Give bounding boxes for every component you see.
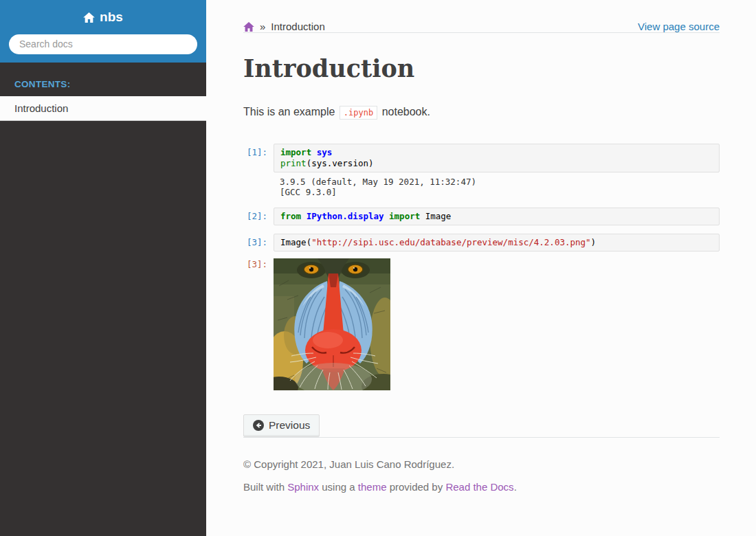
code-cell-input: [3]: Image("http://sipi.usc.edu/database… — [243, 234, 720, 252]
code-token: import — [389, 211, 420, 221]
breadcrumb-separator: » — [260, 21, 265, 32]
previous-button[interactable]: Previous — [243, 414, 320, 437]
code-token: import — [280, 147, 311, 157]
cell-input-prompt: [1]: — [243, 144, 274, 157]
cell-output-text: 3.9.5 (default, May 19 2021, 11:32:47) [… — [274, 172, 720, 197]
project-home-link[interactable]: nbs — [83, 10, 123, 25]
code-token: from — [280, 211, 301, 221]
breadcrumb: » Introduction View page source — [243, 21, 720, 32]
footer-text: Built with — [243, 481, 287, 493]
contents-caption: CONTENTS: — [0, 63, 206, 96]
previous-label: Previous — [269, 419, 310, 432]
page-title: Introduction — [243, 54, 720, 82]
code-input-area[interactable]: from IPython.display import Image — [274, 208, 720, 225]
code-input-area[interactable]: import sys print(sys.version) — [274, 144, 720, 172]
code-token: Image — [280, 237, 307, 247]
copyright-text: © Copyright 2021, Juan Luis Cano Rodrígu… — [243, 458, 720, 471]
code-line: from IPython.display import Image — [280, 211, 713, 222]
footer-text: using a — [319, 481, 358, 493]
code-token: sys — [317, 147, 333, 157]
breadcrumb-current: Introduction — [271, 21, 324, 32]
page-footer: © Copyright 2021, Juan Luis Cano Rodrígu… — [243, 458, 720, 494]
inline-code-ipynb: .ipynb — [340, 106, 377, 120]
intro-text-suffix: notebook. — [382, 106, 430, 118]
view-page-source-link[interactable]: View page source — [638, 21, 720, 32]
code-cell-output: [3]: — [243, 256, 720, 390]
code-cell-input: [1]: import sys print(sys.version) — [243, 144, 720, 172]
code-cell-input: [2]: from IPython.display import Image — [243, 208, 720, 225]
code-token: print — [280, 158, 307, 168]
cell-output-prompt-empty — [243, 172, 274, 176]
code-token: Image — [425, 211, 452, 221]
code-token — [384, 211, 390, 221]
main-content: » Introduction View page source Introduc… — [206, 0, 756, 536]
code-line: Image("http://sipi.usc.edu/database/prev… — [280, 237, 713, 248]
footer-link-theme[interactable]: theme — [358, 481, 387, 493]
code-token — [311, 147, 317, 157]
sidebar: nbs CONTENTS: Introduction — [0, 0, 206, 536]
code-token: version — [332, 158, 368, 168]
footer-link-read-the-docs[interactable]: Read the Docs — [445, 481, 513, 493]
code-line: print(sys.version) — [280, 158, 713, 169]
arrow-circle-left-icon — [253, 420, 264, 431]
home-icon — [83, 12, 95, 23]
code-line: import sys — [280, 147, 713, 158]
code-token: "http://sipi.usc.edu/database/preview/mi… — [311, 237, 590, 247]
code-token: IPython.display — [307, 211, 384, 221]
code-token: ) — [368, 158, 374, 168]
code-cell-output: 3.9.5 (default, May 19 2021, 11:32:47) [… — [243, 172, 720, 197]
intro-text: This is an example — [243, 106, 335, 118]
home-icon[interactable] — [243, 22, 254, 32]
cell-output-prompt: [3]: — [243, 256, 274, 269]
code-token — [420, 211, 425, 221]
built-with-text: Built with Sphinx using a theme provided… — [243, 480, 720, 494]
footer-text: provided by — [387, 481, 446, 493]
sidebar-item-introduction[interactable]: Introduction — [0, 96, 206, 121]
search-input[interactable] — [9, 34, 197, 54]
footer-divider — [243, 437, 720, 438]
sidebar-header: nbs — [0, 0, 206, 63]
code-token: ) — [591, 237, 597, 247]
mandrill-image — [274, 258, 390, 390]
cell-input-prompt: [2]: — [243, 208, 274, 221]
code-token — [301, 211, 307, 221]
project-title: nbs — [100, 10, 123, 25]
breadcrumb-divider — [243, 32, 720, 33]
code-input-area[interactable]: Image("http://sipi.usc.edu/database/prev… — [274, 234, 720, 252]
intro-paragraph: This is an example .ipynb notebook. — [243, 104, 720, 121]
footer-link-sphinx[interactable]: Sphinx — [287, 481, 319, 493]
notebook-cells: [1]: import sys print(sys.version) 3.9.5… — [243, 144, 720, 390]
pager: Previous — [243, 414, 720, 437]
footer-text: . — [514, 481, 517, 493]
code-token: sys — [311, 158, 327, 168]
cell-input-prompt: [3]: — [243, 234, 274, 247]
